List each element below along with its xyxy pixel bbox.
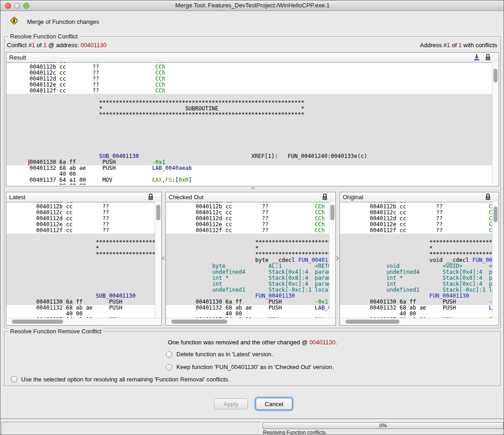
listing-line: 0040112f cc??CCh: [6, 88, 499, 94]
cancel-button[interactable]: Cancel: [256, 398, 292, 410]
listing-line: ****************************************: [6, 239, 161, 245]
lock-icon[interactable]: [485, 54, 491, 63]
listing-line: byteAL:1<RETURN>: [166, 263, 335, 269]
listing-line: 0040112c cc??CCh: [340, 210, 499, 216]
listing-line: 0040112d cc??CCh: [6, 76, 499, 82]
checked-out-horizontal-scrollbar[interactable]: [166, 318, 335, 325]
listing-line: SUB_00401130XREF[1]:FUN_00401240:0040133…: [6, 153, 499, 159]
conflict-message: One function was removed and the other c…: [5, 339, 500, 346]
apply-button[interactable]: Apply: [214, 398, 248, 409]
latest-panel: Latest 0040112a cc??CCh0040112b cc??CCh0…: [6, 192, 162, 326]
listing-cursor: [28, 159, 29, 165]
listing-line: 0040112e cc??CCh: [166, 222, 335, 228]
listing-line: 0040112f cc??CCh: [166, 228, 335, 234]
original-vertical-scrollbar[interactable]: [492, 202, 499, 318]
group-title: Resolve Function Remove Conflict: [8, 328, 103, 335]
listing-line: 0040112b cc??CCh: [166, 204, 335, 210]
listing-line: 0040112e cc??CCh: [6, 222, 161, 228]
listing-line: [6, 257, 161, 263]
listing-line: 0040112d cc??CCh: [166, 216, 335, 222]
listing-line: undefined4Stack[0x4]:4param_1: [166, 269, 335, 275]
listing-line: 0040112e cc??CCh: [6, 82, 499, 88]
title-bar[interactable]: Merge Tool: Features_DevTestProject:/Win…: [0, 0, 504, 11]
checked-out-panel-header: Checked Out: [166, 192, 335, 202]
divider-collapse-icon[interactable]: [162, 256, 165, 261]
delete-function-radio-label: Delete function as in 'Latest' version.: [176, 351, 273, 358]
listing-line: 0040112c cc??CCh: [6, 210, 161, 216]
listing-line: [6, 130, 499, 136]
merge-warning-icon: [10, 16, 19, 27]
listing-line: 00401132 68 ab aePUSHLAB_0040aeab: [340, 305, 499, 311]
status-left-panel: [1, 422, 261, 435]
conflict-counter: Conflict #1 of 1 @ address: 00401130: [7, 42, 107, 49]
keep-function-radio-label: Keep function 'FUN_00401130' as in 'Chec…: [176, 364, 334, 370]
listing-line: ****************************************: [340, 239, 499, 245]
panel-title: Checked Out: [169, 194, 203, 201]
listing-line: 00401132 68 ab aePUSHLAB_0040aeab: [6, 305, 161, 311]
listing-line: [6, 124, 499, 130]
latest-horizontal-scrollbar[interactable]: [6, 318, 161, 325]
listing-line: 0040112b cc??CCh: [6, 64, 499, 70]
panel-title: Latest: [9, 194, 25, 201]
use-for-all-checkbox-label: Use the selected option for resolving al…: [21, 376, 230, 383]
address-counter: Address #1 of 1 with conflicts: [420, 42, 497, 49]
listing-line: int *Stack[0x8]:4param_2: [166, 275, 335, 281]
listing-line: ****************************************…: [6, 112, 499, 118]
lock-icon[interactable]: [485, 193, 491, 202]
keep-function-radio[interactable]: [166, 364, 172, 370]
original-listing[interactable]: 0040112a cc??CCh0040112b cc??CCh0040112c…: [340, 202, 499, 318]
vertical-split-divider[interactable]: [162, 192, 165, 326]
status-message: Resolving Function conflicts.: [263, 430, 327, 435]
listing-line: 0040112b cc??CCh: [6, 204, 161, 210]
listing-line: ****************************************: [6, 251, 161, 257]
listing-line: 00 00 00: [6, 183, 499, 185]
listing-line: [6, 269, 161, 275]
window-title: Merge Tool: Features_DevTestProject:/Win…: [0, 2, 504, 9]
latest-vertical-scrollbar[interactable]: [155, 202, 161, 318]
divider-collapse-icon[interactable]: [336, 256, 339, 261]
vertical-split-divider[interactable]: [336, 192, 340, 326]
original-horizontal-scrollbar[interactable]: [340, 318, 499, 325]
checked-out-vertical-scrollbar[interactable]: [329, 202, 335, 318]
result-listing[interactable]: 0040112a cc??CCh0040112b cc??CCh0040112c…: [6, 62, 499, 185]
listing-line: [6, 275, 161, 281]
panel-title: Result: [9, 54, 26, 61]
result-vertical-scrollbar[interactable]: [492, 62, 499, 185]
latest-listing[interactable]: 0040112a cc??CCh0040112b cc??CCh0040112c…: [6, 202, 161, 318]
listing-line: SUB_00401130: [6, 293, 161, 299]
original-panel-header: Original: [340, 192, 499, 202]
listing-line: [6, 281, 161, 287]
listing-line: [6, 118, 499, 124]
panel-title: Original: [343, 194, 363, 201]
listing-line: FUN_00401130: [340, 293, 499, 299]
listing-line: 00401132 68 ab aePUSHLAB_0040aeab: [166, 305, 335, 311]
listing-line: 0040112f cc??CCh: [340, 228, 499, 234]
checked-out-panel: Checked Out 0040112a cc??CCh0040112b cc?…: [165, 192, 336, 326]
listing-line: 0040112d cc??CCh: [6, 216, 161, 222]
listing-line: 0040112e cc??CCh: [340, 222, 499, 228]
divider-collapse-icon[interactable]: [251, 186, 255, 191]
save-down-icon[interactable]: [473, 54, 480, 63]
listing-line: 0040112d cc??CCh: [340, 216, 499, 222]
original-panel: Original 0040112a cc??CCh0040112b cc??CC…: [340, 192, 499, 326]
checked-out-listing[interactable]: 0040112a cc??CCh0040112b cc??CCh0040112c…: [166, 202, 335, 318]
listing-line: 0040112b cc??CCh: [340, 204, 499, 210]
listing-line: 0040112f cc??CCh: [6, 228, 161, 234]
delete-function-radio[interactable]: [166, 351, 172, 358]
listing-line: [6, 136, 499, 141]
lock-icon[interactable]: [322, 193, 328, 202]
merge-tool-window: Merge Tool: Features_DevTestProject:/Win…: [0, 0, 504, 435]
horizontal-split-divider[interactable]: [6, 186, 499, 192]
listing-line: undefined1Stack[-0xc]:1local_c: [340, 287, 499, 293]
latest-panel-header: Latest: [6, 192, 161, 202]
result-panel: Result 0040112a cc?: [6, 52, 499, 186]
result-panel-header: Result: [6, 53, 499, 63]
lock-icon[interactable]: [148, 193, 154, 202]
listing-line: 0040112c cc??CCh: [166, 210, 335, 216]
use-for-all-checkbox[interactable]: [11, 376, 17, 382]
listing-line: ****************************************…: [6, 100, 499, 106]
listing-line: undefined1Stack[-0xc]:1local_c: [166, 287, 335, 293]
listing-line: FUN_00401130: [166, 293, 335, 299]
listing-line: 0040112c cc??CCh: [6, 70, 499, 76]
listing-line: [6, 141, 499, 147]
